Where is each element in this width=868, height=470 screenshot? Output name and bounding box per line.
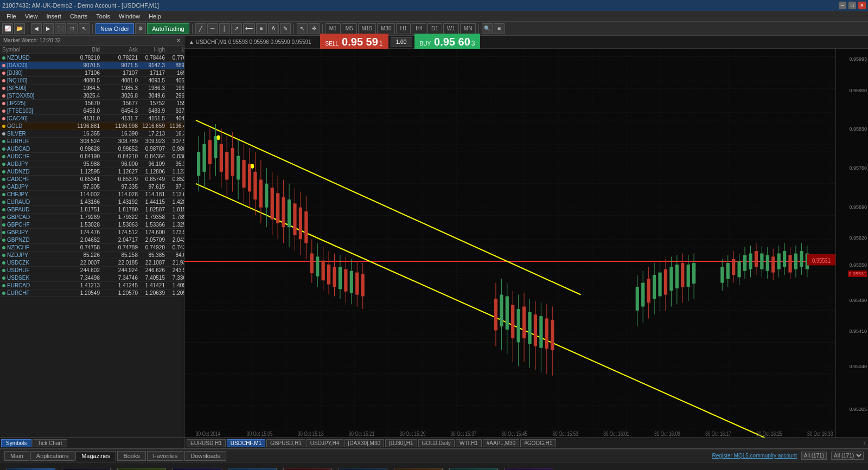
market-watch-close[interactable]: ✕ [176,37,181,43]
magazine-item[interactable]: TRADERS' 💹 TRADERS' Italy 2014/09 [283,468,332,470]
chart-tab-wti[interactable]: WTI,H1 [456,439,482,447]
tf-h4[interactable]: H4 [412,23,426,34]
market-watch-row[interactable]: CADCHF 0.85341 0.85379 0.85749 0.85252 1… [0,176,184,183]
market-watch-row[interactable]: CADJPY 97.305 97.335 97.615 97.194 17:20… [0,183,184,191]
cursor-tool[interactable]: ↖ [297,23,308,34]
menu-help[interactable]: Help [144,12,165,21]
tab-magazines[interactable]: Magazines [75,451,116,461]
terminal-tab[interactable]: Terminal [0,217,2,239]
tf-mn[interactable]: MN [460,23,476,34]
market-watch-row[interactable]: CHFJPY 114.002 114.028 114.181 113.646 1… [0,191,184,198]
market-watch-row[interactable]: [JP225] 15670 15677 15752 15572 17:20:32 [0,100,184,107]
chart-options-button[interactable]: ⚙ [135,23,146,34]
magazine-item[interactable]: e-FOREX 📈 e-Forex 2014/07 [62,468,111,470]
market-watch-row[interactable]: EURAUD 1.43166 1.43192 1.44115 1.42892 1… [0,198,184,206]
tab-downloads[interactable]: Downloads [184,451,226,461]
zoom-in-button[interactable]: ⬛ [55,23,66,34]
tf-m1[interactable]: M1 [326,23,341,34]
tab-favorites[interactable]: Favorites [147,451,183,461]
select-button[interactable]: ↖ [79,23,90,34]
market-watch-row[interactable]: NZDUSD 0.78210 0.78221 0.78446 0.77654 1… [0,54,184,62]
magazine-item[interactable]: TRADERS' 📰 TRADERS' DE 2014/11 [173,468,221,470]
market-watch-row[interactable]: [DAX30] 9070.5 9071.5 9147.3 8898.3 17:2… [0,62,184,69]
menu-window[interactable]: Window [114,12,144,21]
register-link[interactable]: Register MQL5.community account [712,453,797,459]
buy-price-box[interactable]: BUY 0.95 603 [414,34,481,50]
market-watch-row[interactable]: USDSEK 7.34498 7.34746 7.40515 7.33691 1… [0,274,184,282]
magazine-item[interactable]: INVESTORS' 📰 INVESTORS' 2014/09 [339,468,387,470]
menu-insert[interactable]: Insert [42,12,66,21]
market-watch-row[interactable]: NZDJPY 85.226 85.258 85.385 84.635 17:20… [0,252,184,259]
fib-tool[interactable]: ≡ [256,23,267,34]
magazine-item[interactable]: FOREX TRADER MAGAZINE 📈 Forex Trader... … [394,468,443,470]
zoom-out-button[interactable]: □ [67,23,78,34]
hline-tool[interactable]: ─ [207,23,218,34]
menu-file[interactable]: File [2,12,21,21]
magazine-item[interactable]: FX TRADER MAGAZINE 📰 Brazilian Trading F… [7,468,55,470]
chart-tab-eurusd[interactable]: EURUSD,H1 [187,439,226,447]
new-order-button[interactable]: New Order [95,23,134,34]
text-tool[interactable]: A [268,23,279,34]
settings-button[interactable]: ≡ [494,23,505,34]
market-watch-row[interactable]: GBPJPY 174.476 174.512 174.600 173.974 1… [0,229,184,236]
chart-tab-dax30[interactable]: [DAX30],M30 [344,439,384,447]
market-watch-row[interactable]: AUDNZD 1.12595 1.12627 1.12806 1.12347 1… [0,168,184,176]
lot-size-input[interactable] [391,37,412,47]
market-watch-row[interactable]: AUDCAD 0.98628 0.98652 0.98707 0.98074 1… [0,145,184,153]
magazine-item[interactable]: STOCKS & COMMODITIES 💹 Stock & Com... 20… [117,468,166,470]
magazine-item[interactable]: Forex Latino 📰 ForexLatino M... 2014/10 [505,468,553,470]
market-watch-row[interactable]: EURHUF 308.524 308.789 309.923 307.982 1… [0,138,184,145]
tab-books[interactable]: Books [117,451,146,461]
mag-filter-select[interactable]: All (171) [831,452,864,460]
chart-tab-gbpusd[interactable]: GBPUSD,H1 [266,439,305,447]
forward-button[interactable]: ▶ [43,23,54,34]
market-watch-row[interactable]: AUDCHF 0.84190 0.84210 0.84364 0.83677 1… [0,153,184,160]
market-watch-row[interactable]: GBPAUD 1.81751 1.81780 1.82587 1.81557 1… [0,206,184,214]
market-watch-row[interactable]: USDHUF 244.602 244.924 246.626 243.926 1… [0,267,184,274]
tab-applications[interactable]: Applications [30,451,74,461]
chart-tab-usdchf[interactable]: USDCHF,M1 [227,439,265,447]
magazine-item[interactable]: BORSA ISTANBUL 💹 Borsa Istanbu... 2014/0… [449,468,498,470]
tf-h1[interactable]: H1 [396,23,411,34]
maximize-button[interactable]: □ [848,2,856,9]
market-watch-row[interactable]: GBPCHF 1.53028 1.53063 1.53366 1.32553 1… [0,221,184,229]
menu-view[interactable]: View [21,12,42,21]
market-watch-row[interactable]: [CAC40] 4131.0 4131.7 4151.5 4049.4 17:2… [0,115,184,123]
tf-m30[interactable]: M30 [377,23,395,34]
market-watch-row[interactable]: USDCZK 22.0007 22.0185 22.1087 21.9389 1… [0,259,184,267]
market-watch-row[interactable]: [NQ100] 4080.5 4081.0 4093.5 4051.6 17:2… [0,77,184,85]
market-watch-row[interactable]: EURCHF 1.20549 1.20570 1.20639 1.20535 1… [0,289,184,297]
chart-tab-dj30[interactable]: [DJ30],H1 [385,439,417,447]
market-watch-row[interactable]: [DJ30] 17106 17107 17117 16904 17:20:31 [0,69,184,77]
market-watch-row[interactable]: NZDCHF 0.74758 0.74789 0.74920 0.74247 1… [0,244,184,252]
chart-tabs-scroll[interactable]: › [863,438,866,448]
market-watch-row[interactable]: EURCAD 1.41213 1.41245 1.41421 1.40587 1… [0,282,184,289]
trend-tool[interactable]: ↗ [231,23,242,34]
chart-tab-goog[interactable]: #GOOG,H1 [520,439,556,447]
chart-tab-usdjpy[interactable]: USDJPY,H4 [307,439,343,447]
tf-m5[interactable]: M5 [342,23,357,34]
market-watch-row[interactable]: [SP500] 1984.5 1985.3 1986.3 1965.1 17:2… [0,85,184,92]
market-watch-row[interactable]: GBPCAD 1.79269 1.79322 1.79358 1.78551 1… [0,214,184,221]
line-tool[interactable]: ╱ [195,23,206,34]
search-button[interactable]: 🔍 [482,23,493,34]
chart-tab-aapl[interactable]: #AAPL,M30 [483,439,519,447]
market-watch-row[interactable]: [STOXX50] 3025.4 3026.8 3049.6 2962.6 17… [0,92,184,100]
close-button[interactable]: ✕ [858,2,866,9]
market-watch-row[interactable]: SILVER 16.365 16.390 17.213 16.349 17:20… [0,130,184,138]
magazine-item[interactable]: ForexPress 📈 ForexPress 2014/09 [228,468,277,470]
minimize-button[interactable]: ─ [839,2,846,9]
tf-d1[interactable]: D1 [427,23,442,34]
chart-tab-gold[interactable]: GOLD,Daily [418,439,455,447]
tf-m15[interactable]: M15 [358,23,376,34]
sell-price-box[interactable]: SELL 0.95 591 [320,34,388,50]
market-watch-row[interactable]: AUDJPY 95.988 96.000 96.109 95.378 17:20… [0,160,184,168]
market-watch-row[interactable]: GOLD 1196.881 1196.998 1216.659 1196.411… [0,123,184,130]
autotrading-button[interactable]: AutoTrading [147,23,189,34]
menu-tools[interactable]: Tools [92,12,114,21]
symbols-tab[interactable]: Symbols [1,439,31,447]
tab-main[interactable]: Main [4,451,29,461]
arrow-tool[interactable]: ✎ [280,23,291,34]
menu-charts[interactable]: Charts [66,12,92,21]
vline-tool[interactable]: │ [219,23,230,34]
